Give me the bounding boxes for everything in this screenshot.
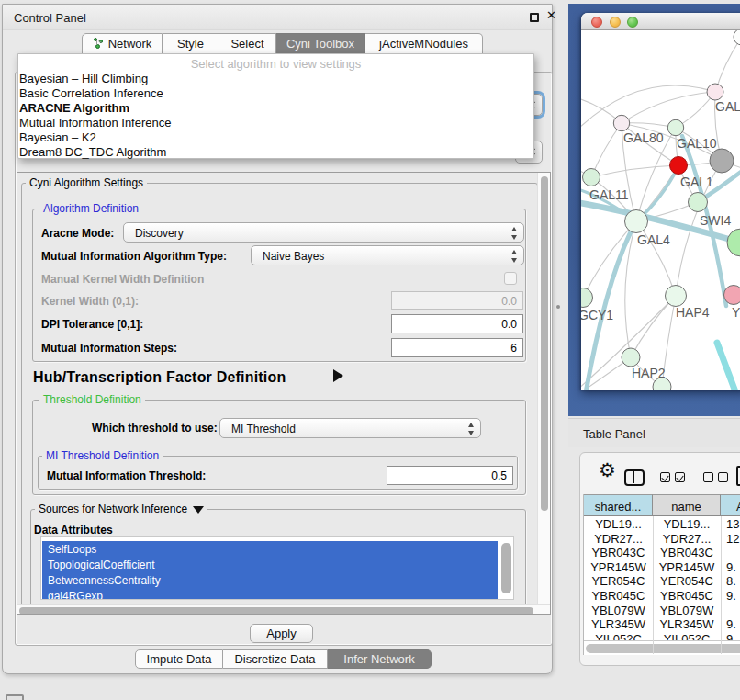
float-window-icon[interactable]	[530, 13, 539, 22]
network-edge[interactable]	[631, 296, 676, 357]
kernel-width-label: Kernel Width (0,1):	[41, 295, 139, 308]
attribute-item[interactable]: SelfLoops	[42, 541, 498, 557]
network-node-swi4[interactable]	[689, 193, 708, 212]
mi-steps-field[interactable]: 6	[391, 338, 523, 357]
table-cell: 9.	[721, 559, 740, 574]
table-row[interactable]: YDR27...YDR27...12	[584, 531, 740, 546]
tab-style[interactable]: Style	[163, 33, 219, 54]
network-node-y[interactable]	[724, 286, 740, 305]
algorithm-option[interactable]: Bayesian – Hill Climbing	[19, 72, 532, 86]
attribute-item[interactable]: gal4RGexp	[42, 588, 498, 600]
table-cell: YIL052C	[653, 631, 721, 640]
close-icon[interactable]: ✕	[546, 8, 556, 22]
mac-zoom-button[interactable]	[627, 17, 638, 28]
list-scrollbar-thumb[interactable]	[501, 543, 511, 593]
algorithm-option[interactable]: Dream8 DC_TDC Algorithm	[19, 145, 532, 160]
algorithm-option[interactable]: Bayesian – K2	[19, 130, 532, 145]
tab-cyni-toolbox[interactable]: Cyni Toolbox	[276, 33, 365, 54]
combo-stepper-icon	[467, 422, 476, 436]
network-edge-highlighted[interactable]	[717, 343, 740, 390]
tab-infer-network[interactable]: Infer Network	[328, 649, 432, 669]
control-panel-titlebar: Control Panel ✕	[3, 5, 552, 30]
network-node-gal80[interactable]	[613, 115, 629, 130]
node-table[interactable]: shared...nameA YDL19...YDL19...13YDR27..…	[583, 494, 740, 655]
column-header-shared-[interactable]: shared...	[584, 494, 653, 516]
collapse-arrow-icon[interactable]	[193, 506, 204, 514]
algorithm-option[interactable]: Mutual Information Inference	[19, 116, 532, 130]
attribute-item[interactable]: TopologicalCoefficient	[42, 557, 498, 572]
table-row[interactable]: YIL052CYIL052C9.	[584, 631, 740, 640]
which-threshold-combo[interactable]: MI Threshold	[219, 418, 481, 438]
network-node-gal1[interactable]	[670, 157, 688, 175]
table-row[interactable]: YPR145WYPR145W9.	[584, 559, 740, 574]
table-row[interactable]: YER054CYER054C8.	[584, 573, 740, 588]
sources-title[interactable]: Sources for Network Inference	[39, 502, 187, 515]
settings-vscrollbar[interactable]	[537, 173, 550, 604]
network-node-gcy1[interactable]	[581, 288, 593, 308]
network-node[interactable]	[734, 30, 740, 45]
network-icon	[93, 38, 105, 50]
network-node-gal11[interactable]	[583, 169, 600, 186]
apply-button[interactable]: Apply	[250, 624, 313, 643]
algorithm-option[interactable]: ARACNE Algorithm	[19, 101, 532, 116]
network-edge[interactable]	[591, 165, 678, 177]
table-hscrollbar[interactable]	[584, 640, 740, 655]
tab-jactivemnodules[interactable]: jActiveMNodules	[365, 33, 483, 54]
network-edge[interactable]	[591, 123, 622, 177]
gear-icon[interactable]: ⚙	[599, 460, 616, 480]
manual-kernel-width-checkbox[interactable]	[504, 272, 517, 285]
tab-label: Select	[230, 37, 263, 51]
tab-select[interactable]: Select	[219, 33, 276, 54]
network-node-hap4[interactable]	[666, 286, 687, 307]
hub-definition-label[interactable]: Hub/Transcription Factor Definition	[33, 369, 286, 386]
document-icon[interactable]	[736, 466, 740, 486]
kernel-width-field[interactable]: 0.0	[391, 291, 523, 310]
algorithm-option[interactable]: Basic Correlation Inference	[19, 86, 532, 101]
select-all-columns-icon[interactable]	[660, 472, 685, 482]
table-row[interactable]: YDL19...YDL19...13	[584, 516, 740, 531]
network-node[interactable]	[710, 149, 734, 173]
network-node-gal4[interactable]	[625, 210, 648, 233]
mac-minimize-button[interactable]	[610, 17, 621, 28]
settings-hscrollbar[interactable]	[17, 604, 550, 615]
tab-network[interactable]: Network	[82, 33, 163, 54]
network-node-hap2[interactable]	[622, 348, 640, 367]
which-threshold-value: MI Threshold	[231, 423, 296, 435]
splitpane-knob[interactable]	[556, 305, 560, 309]
table-panel-title: Table Panel	[583, 427, 645, 441]
column-header-a[interactable]: A	[721, 494, 740, 516]
table-row[interactable]: YBR043CYBR043C	[584, 545, 740, 559]
aracne-mode-combo[interactable]: Discovery	[123, 222, 524, 243]
attribute-item[interactable]: BetweennessCentrality	[42, 572, 498, 588]
network-node[interactable]	[727, 229, 740, 256]
table-row[interactable]: YBL079WYBL079W	[584, 603, 740, 617]
node-label: GAL4	[637, 232, 670, 247]
tab-impute-data[interactable]: Impute Data	[135, 649, 223, 669]
mi-threshold-field[interactable]: 0.5	[387, 466, 513, 485]
network-node-gal2[interactable]	[707, 84, 723, 100]
table-hscrollbar-thumb[interactable]	[586, 644, 740, 653]
settings-hscrollbar-thumb[interactable]	[19, 607, 533, 615]
column-header-name[interactable]: name	[653, 494, 721, 516]
application-window: Control Panel ✕ NetworkStyleSelectCyni T…	[0, 0, 740, 700]
mac-close-button[interactable]	[591, 17, 602, 28]
tab-discretize-data[interactable]: Discretize Data	[223, 649, 328, 669]
network-canvas[interactable]: GAL2GAL80GAL10GAL1GAL11SWI4GAL4GCY1HAP4Y…	[581, 30, 740, 390]
node-label: GAL1	[680, 175, 713, 189]
table-row[interactable]: YBR045CYBR045C9.	[584, 588, 740, 603]
dpi-tolerance-field[interactable]: 0.0	[391, 314, 523, 333]
expand-arrow-icon[interactable]	[333, 369, 343, 382]
network-edge[interactable]	[715, 37, 740, 92]
table-cell: YLR345W	[584, 616, 653, 631]
deselect-all-columns-icon[interactable]	[703, 472, 728, 482]
mi-algorithm-type-value: Naive Bayes	[263, 250, 324, 263]
column-separator	[721, 516, 722, 654]
table-row[interactable]: YLR345WYLR345W9.	[584, 616, 740, 631]
data-attributes-list[interactable]: SelfLoopsTopologicalCoefficientBetweenne…	[40, 536, 514, 600]
mi-algorithm-type-combo[interactable]: Naive Bayes	[251, 245, 524, 265]
attribute-label: TopologicalCoefficient	[48, 559, 155, 571]
table-cell: YPR145W	[653, 559, 721, 574]
settings-vscrollbar-thumb[interactable]	[541, 176, 548, 511]
split-view-icon[interactable]	[624, 469, 645, 486]
network-node-gal10[interactable]	[667, 119, 683, 135]
